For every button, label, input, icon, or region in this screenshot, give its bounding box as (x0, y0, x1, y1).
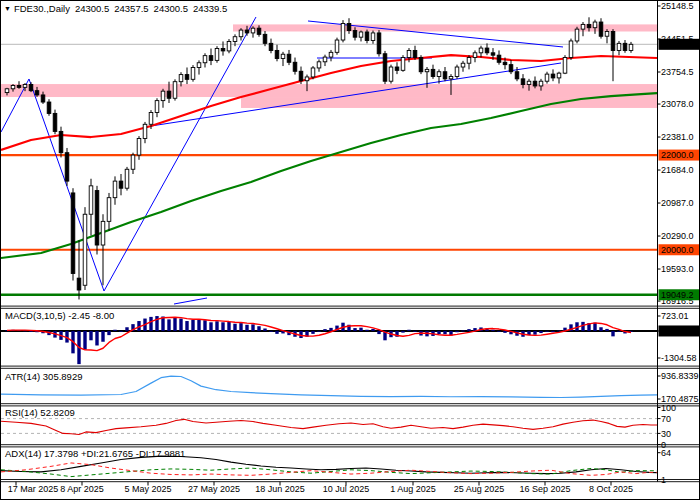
macd-histogram-bar (275, 331, 278, 334)
macd-histogram-bar (407, 330, 410, 331)
atr-indicator-label: ATR(14) 305.8929 (5, 371, 82, 382)
candle-body (425, 69, 429, 71)
chart-title: ▼FDE30.,Daily24300.524357.524300.524339.… (4, 3, 227, 14)
candle-body (47, 102, 51, 113)
candle-body (263, 34, 267, 43)
macd-axis-badge-text: 0.00 (661, 326, 679, 336)
candle-body (29, 85, 33, 91)
macd-histogram-bar (437, 331, 440, 334)
macd-indicator-label: MACD(3,10,5) -2.45 -8.00 (5, 310, 114, 321)
rsi-panel[interactable]: 10070300 (1, 403, 676, 450)
price-axis-tick-label: 19593.0 (661, 264, 694, 274)
atr-axis-tick-label: 936.8339 (661, 371, 699, 381)
candle-body (437, 72, 441, 77)
candle-body (287, 54, 291, 62)
candle-body (197, 63, 201, 68)
time-axis[interactable]: 17 Mar 20258 Apr 20255 May 202527 May 20… (8, 482, 633, 494)
time-axis-label: 1 Aug 2025 (390, 484, 436, 494)
candle-body (191, 67, 195, 79)
macd-histogram-bar (491, 330, 494, 331)
trendline[interactable] (174, 298, 207, 304)
candle-body (251, 28, 255, 33)
macd-histogram-bar (83, 331, 86, 350)
candle-body (293, 62, 297, 71)
atr-panel[interactable]: 936.8339170.4875 (1, 371, 699, 404)
candle-body (335, 40, 339, 52)
time-axis-label: 18 Jun 2025 (255, 484, 305, 494)
price-axis-tick-label: 20290.0 (661, 231, 694, 241)
macd-histogram-bar (269, 331, 272, 332)
candle-body (125, 169, 129, 188)
candle-body (563, 58, 567, 74)
macd-histogram-bar (263, 328, 266, 330)
candle-body (479, 48, 483, 53)
time-axis-label: 16 Sep 2025 (519, 484, 570, 494)
macd-histogram-bar (119, 331, 122, 332)
candle-body (113, 181, 117, 198)
candle-body (623, 43, 627, 50)
macd-histogram-bar (191, 320, 194, 331)
candle-body (137, 138, 141, 155)
candle-body (53, 113, 57, 131)
rsi-series-RSI (1, 419, 657, 434)
candle-body (323, 57, 327, 62)
supply-demand-zone[interactable] (1, 84, 657, 97)
macd-histogram-bar (617, 331, 620, 332)
candle-body (221, 49, 225, 51)
candle-body (203, 56, 207, 63)
macd-histogram-bar (227, 322, 230, 331)
ma-slow-line (1, 93, 657, 258)
price-axis-badge-text: 19049.2 (661, 290, 694, 300)
candle-body (77, 278, 81, 290)
main-panel[interactable] (1, 17, 657, 304)
candle-body (395, 67, 399, 70)
candle-body (59, 131, 63, 152)
candle-body (5, 89, 9, 93)
macd-histogram-bar (209, 322, 212, 331)
macd-histogram-bar (545, 331, 548, 332)
price-chart-svg[interactable]: 723.010.00-1304.58936.8339170.4875100703… (1, 1, 700, 500)
candle-body (233, 37, 237, 42)
candle-body (239, 30, 243, 37)
macd-histogram-bar (377, 331, 380, 334)
candle-body (629, 44, 633, 50)
macd-histogram-bar (371, 329, 374, 331)
candle-body (599, 22, 603, 36)
macd-histogram-bar (179, 319, 182, 331)
candle-body (41, 95, 45, 102)
chart-window: 723.010.00-1304.58936.8339170.4875100703… (0, 0, 700, 500)
macd-histogram-bar (95, 331, 98, 345)
price-axis-tick-label: 21684.0 (661, 165, 694, 175)
price-axis-tick-label: 22381.0 (661, 132, 694, 142)
candle-body (383, 54, 387, 81)
atr-series-ATR (1, 376, 657, 397)
candle-body (491, 53, 495, 55)
candle-body (533, 81, 537, 86)
candle-body (569, 41, 573, 58)
macd-histogram-bar (413, 331, 416, 332)
candle-body (149, 112, 153, 124)
macd-histogram-bar (401, 331, 404, 333)
adx-indicator-label: ADX(14) 17.3798 +DI:21.6765 -DI:17.9881 (5, 448, 185, 459)
macd-histogram-bar (557, 331, 560, 332)
time-axis-label: 5 May 2025 (124, 484, 171, 494)
candle-body (35, 91, 39, 95)
candle-body (407, 50, 411, 57)
candle-body (179, 75, 183, 82)
candle-body (167, 91, 171, 98)
candle-body (215, 49, 219, 61)
candle-body (371, 33, 375, 41)
symbol-dropdown-icon[interactable]: ▼ (4, 5, 11, 12)
candle-body (575, 29, 579, 41)
ohlc-close: 24339.5 (193, 3, 227, 14)
macd-histogram-bar (551, 331, 554, 332)
price-axis-badge-text: 24339.5 (661, 40, 694, 50)
ohlc-open: 24300.5 (75, 3, 109, 14)
macd-histogram-bar (329, 328, 332, 331)
macd-histogram-bar (503, 331, 506, 333)
macd-histogram-bar (533, 331, 536, 335)
macd-histogram-bar (539, 331, 542, 333)
candle-body (119, 181, 123, 188)
candle-body (269, 43, 273, 50)
candle-body (281, 54, 285, 58)
